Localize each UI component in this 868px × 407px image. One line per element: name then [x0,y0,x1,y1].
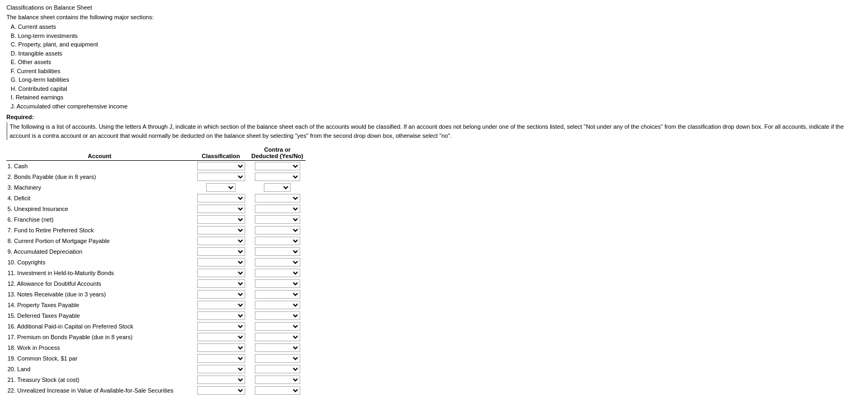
account-name: 7. Fund to Retire Preferred Stock [6,225,193,236]
contra-select[interactable]: YesNo [255,333,300,341]
contra-select[interactable]: YesNo [255,365,300,373]
contra-select[interactable]: YesNo [255,269,300,277]
classification-cell: A. Current assetsB. Long-term investment… [193,246,249,257]
contra-cell: YesNo [249,171,306,182]
table-row: 2. Bonds Payable (due in 8 years)A. Curr… [6,171,306,182]
classification-select[interactable]: A. Current assetsB. Long-term investment… [197,258,245,267]
contra-select[interactable]: YesNo [255,173,300,181]
contra-select[interactable]: YesNo [255,194,300,202]
classification-cell: A. Current assetsB. Long-term investment… [193,193,249,204]
contra-select[interactable]: YesNo [255,162,300,170]
contra-cell: YesNo [249,289,306,300]
table-row: 12. Allowance for Doubtful AccountsA. Cu… [6,278,306,289]
contra-select[interactable]: YesNo [255,215,300,224]
classification-select[interactable]: A. Current assetsB. Long-term investment… [197,343,245,352]
classification-select[interactable]: A. Current assetsB. Long-term investment… [197,162,245,170]
contra-cell: YesNo [249,268,306,278]
table-row: 5. Unexpired InsuranceA. Current assetsB… [6,204,306,214]
classification-select[interactable]: A. Current assetsB. Long-term investment… [197,333,245,341]
contra-select[interactable]: YesNo [255,301,300,309]
classification-cell: A. Current assetsB. Long-term investment… [193,332,249,342]
contra-cell: YesNo [249,257,306,268]
classification-select[interactable]: A. Current assetsB. Long-term investment… [197,237,245,245]
contra-select[interactable]: YesNo [255,343,300,352]
table-row: 3. MachineryA. Current assetsB. Long-ter… [6,182,306,193]
classification-select[interactable]: A. Current assetsB. Long-term investment… [197,226,245,234]
classification-cell: A. Current assetsB. Long-term investment… [193,182,249,193]
classification-select[interactable]: A. Current assetsB. Long-term investment… [197,322,245,331]
contra-select[interactable]: YesNo [255,386,300,395]
classification-select[interactable]: A. Current assetsB. Long-term investment… [197,173,245,181]
classification-select[interactable]: A. Current assetsB. Long-term investment… [197,290,245,299]
account-name: 11. Investment in Held-to-Maturity Bonds [6,268,193,278]
table-row: 9. Accumulated DepreciationA. Current as… [6,246,306,257]
contra-cell: YesNo [249,310,306,321]
section-list-item: E. Other assets [11,58,862,67]
section-list-item: B. Long-term investments [11,32,862,41]
classification-select[interactable]: A. Current assetsB. Long-term investment… [197,269,245,277]
contra-select[interactable]: YesNo [255,226,300,234]
intro-text: The balance sheet contains the following… [6,14,862,20]
classification-select[interactable]: A. Current assetsB. Long-term investment… [197,205,245,213]
classification-select[interactable]: A. Current assetsB. Long-term investment… [197,301,245,309]
contra-select[interactable]: YesNo [255,205,300,213]
classification-cell: A. Current assetsB. Long-term investment… [193,385,249,396]
account-name: 19. Common Stock, $1 par [6,353,193,364]
classification-select[interactable]: A. Current assetsB. Long-term investment… [197,365,245,373]
contra-cell: YesNo [249,236,306,246]
contra-cell: YesNo [249,353,306,364]
table-row: 13. Notes Receivable (due in 3 years)A. … [6,289,306,300]
account-name: 3. Machinery [6,182,193,193]
account-name: 22. Unrealized Increase in Value of Avai… [6,385,193,396]
account-name: 4. Deficit [6,193,193,204]
classification-cell: A. Current assetsB. Long-term investment… [193,374,249,385]
section-list-item: F. Current liabilities [11,67,862,76]
table-row: 21. Treasury Stock (at cost)A. Current a… [6,374,306,385]
table-row: 11. Investment in Held-to-Maturity Bonds… [6,268,306,278]
section-list-item: I. Retained earnings [11,93,862,102]
section-list: A. Current assetsB. Long-term investment… [11,22,862,111]
classification-select[interactable]: A. Current assetsB. Long-term investment… [197,386,245,395]
table-row: 10. CopyrightsA. Current assetsB. Long-t… [6,257,306,268]
table-row: 20. LandA. Current assetsB. Long-term in… [6,364,306,374]
account-name: 16. Additional Paid-in Capital on Prefer… [6,321,193,332]
table-row: 16. Additional Paid-in Capital on Prefer… [6,321,306,332]
contra-select[interactable]: YesNo [255,237,300,245]
contra-select[interactable]: YesNo [255,322,300,331]
classification-select[interactable]: A. Current assetsB. Long-term investment… [197,279,245,288]
table-row: 18. Work in ProcessA. Current assetsB. L… [6,342,306,353]
contra-cell: YesNo [249,161,306,172]
contra-cell: YesNo [249,182,306,193]
table-row: 6. Franchise (net)A. Current assetsB. Lo… [6,214,306,225]
classification-cell: A. Current assetsB. Long-term investment… [193,342,249,353]
contra-select[interactable]: YesNo [255,279,300,288]
classification-cell: A. Current assetsB. Long-term investment… [193,353,249,364]
contra-select[interactable]: YesNo [255,354,300,363]
classification-select[interactable]: A. Current assetsB. Long-term investment… [197,354,245,363]
classification-cell: A. Current assetsB. Long-term investment… [193,321,249,332]
classification-cell: A. Current assetsB. Long-term investment… [193,204,249,214]
section-list-item: H. Contributed capital [11,84,862,93]
contra-cell: YesNo [249,385,306,396]
contra-select[interactable]: YesNo [255,258,300,267]
account-name: 5. Unexpired Insurance [6,204,193,214]
page-title: Classifications on Balance Sheet [6,4,862,11]
contra-cell: YesNo [249,246,306,257]
contra-select[interactable]: YesNo [255,290,300,299]
contra-cell: YesNo [249,342,306,353]
contra-select[interactable]: YesNo [255,375,300,384]
classification-cell: A. Current assetsB. Long-term investment… [193,268,249,278]
table-row: 15. Deferred Taxes PayableA. Current ass… [6,310,306,321]
account-name: 10. Copyrights [6,257,193,268]
classification-select[interactable]: A. Current assetsB. Long-term investment… [197,247,245,256]
contra-select[interactable]: YesNo [255,311,300,320]
contra-select[interactable]: YesNo [255,247,300,256]
classification-select[interactable]: A. Current assetsB. Long-term investment… [197,311,245,320]
classification-select[interactable]: A. Current assetsB. Long-term investment… [206,183,236,192]
classification-select[interactable]: A. Current assetsB. Long-term investment… [197,375,245,384]
classification-select[interactable]: A. Current assetsB. Long-term investment… [197,215,245,224]
contra-select[interactable]: YesNo [264,183,291,192]
classification-select[interactable]: A. Current assetsB. Long-term investment… [197,194,245,202]
table-row: 8. Current Portion of Mortgage PayableA.… [6,236,306,246]
col-classification: Classification [193,145,249,161]
